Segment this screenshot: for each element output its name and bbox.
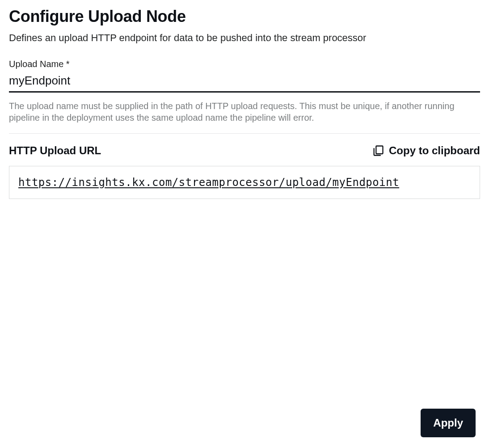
svg-rect-0 bbox=[376, 146, 383, 154]
apply-button[interactable]: Apply bbox=[421, 409, 476, 437]
upload-name-field: Upload Name * The upload name must be su… bbox=[9, 59, 480, 134]
copy-to-clipboard-button[interactable]: Copy to clipboard bbox=[372, 144, 480, 157]
upload-name-label: Upload Name * bbox=[9, 59, 480, 69]
upload-name-input[interactable] bbox=[9, 72, 480, 93]
upload-url-label: HTTP Upload URL bbox=[9, 144, 101, 157]
upload-url-value[interactable]: https://insights.kx.com/streamprocessor/… bbox=[18, 176, 399, 189]
page-subtitle: Defines an upload HTTP endpoint for data… bbox=[9, 32, 480, 44]
upload-url-box: https://insights.kx.com/streamprocessor/… bbox=[9, 166, 480, 199]
upload-name-helper: The upload name must be supplied in the … bbox=[9, 101, 480, 134]
copy-button-label: Copy to clipboard bbox=[389, 144, 480, 157]
page-title: Configure Upload Node bbox=[9, 7, 480, 26]
copy-icon bbox=[372, 144, 384, 157]
upload-url-header: HTTP Upload URL Copy to clipboard bbox=[9, 144, 480, 157]
